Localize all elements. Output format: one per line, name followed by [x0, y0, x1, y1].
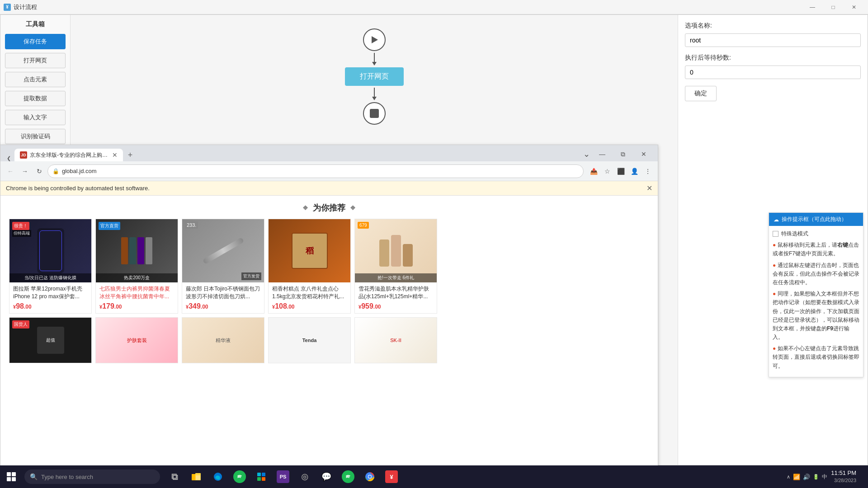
terminal-app[interactable]: PS	[273, 467, 293, 487]
reload-button[interactable]: ↻	[33, 165, 46, 178]
notice-close-icon[interactable]: ✕	[646, 184, 652, 192]
taskbar-time: 11:51 PM 3/28/2023	[831, 469, 856, 484]
taskview-app[interactable]: ⧉	[165, 467, 184, 487]
product-price: ¥179.00	[99, 302, 174, 310]
product-info: 七匹狼男士内裤男抑菌薄春夏冰丝平角裤中腰抗菌青中年... ¥179.00	[96, 282, 178, 313]
chevron-up-icon[interactable]: ∧	[787, 474, 790, 480]
product-card[interactable]: 超值 国货人	[9, 317, 92, 363]
product-badge: 官方直营	[99, 222, 120, 230]
cast-button[interactable]: 📤	[587, 165, 600, 178]
search-app[interactable]: ◎	[295, 467, 315, 487]
special-mode-row: 特殊选模式	[773, 230, 859, 238]
svg-marker-0	[372, 36, 378, 43]
product-card[interactable]: 官方直营 热卖200万盒 七匹狼男士内裤男抑菌薄春夏冰丝平角裤中腰抗菌青中年..…	[95, 219, 178, 314]
tip-4: ● 如果不小心左键点击了元素导致跳转页面，直接后退或者切换回标签即可。	[773, 344, 859, 371]
confirm-button[interactable]: 确定	[685, 86, 717, 101]
product-image: Tenda	[269, 318, 350, 363]
product-info: 稻香村糕点 京八件礼盒点心 1.5kg北京发货稻花村特产礼... ¥108.00	[269, 282, 350, 313]
systray: ∧ 📶 🔊 🔋 中	[787, 473, 827, 481]
browser-restore-button[interactable]: ⧉	[613, 147, 633, 161]
product-title: 藤次郎 日本Tojiro不锈钢面包刀波形刃不掉渣切面包刀烘...	[186, 285, 260, 300]
tips-header[interactable]: ☁ 操作提示框（可点此拖动）	[769, 213, 863, 226]
tab-dropdown-icon[interactable]: ⌄	[583, 149, 590, 159]
product-card[interactable]: 稻 稻香村糕点 京八件礼盒点心 1.5kg北京发货稻花村特产礼... ¥108.…	[268, 219, 351, 314]
tips-cloud-icon: ☁	[774, 216, 779, 223]
browser-close-button[interactable]: ✕	[633, 147, 654, 161]
profile-button[interactable]: 👤	[628, 165, 641, 178]
product-image: 很贵！ 但特高端 当/次日已达 送防爆钢化膜	[9, 219, 91, 282]
product-title: 七匹狼男士内裤男抑菌薄春夏冰丝平角裤中腰抗菌青中年...	[99, 285, 174, 300]
fileexplorer-app[interactable]	[186, 467, 206, 487]
taskbar-search[interactable]: 🔍 Type here to search	[24, 469, 160, 484]
start-button[interactable]	[0, 467, 23, 487]
captcha-button[interactable]: 识别验证码	[5, 129, 66, 144]
svg-rect-6	[257, 473, 261, 476]
chat-app[interactable]: 💬	[316, 467, 336, 487]
option-name-input[interactable]	[685, 33, 861, 47]
bookmark-button[interactable]: ☆	[601, 165, 613, 178]
spotify-app[interactable]	[230, 467, 250, 487]
back-button[interactable]: ←	[4, 165, 17, 178]
product-card[interactable]: 679 抢!一次带走 6件礼 雪花秀滋盈肌本水乳精华护肤品(水125ml+乳12…	[354, 219, 437, 314]
search-icon: 🔍	[30, 473, 38, 480]
toolbox-title: 工具箱	[5, 20, 66, 28]
notification-area[interactable]	[860, 467, 863, 487]
product-info: 藤次郎 日本Tojiro不锈钢面包刀波形刃不掉渣切面包刀烘... ¥349.00	[182, 282, 264, 313]
input-text-button[interactable]: 输入文字	[5, 110, 66, 125]
new-tab-button[interactable]: +	[124, 149, 137, 161]
save-task-button[interactable]: 保存任务	[5, 34, 66, 49]
store-app[interactable]	[251, 467, 271, 487]
wait-input[interactable]	[685, 66, 861, 79]
product-card[interactable]: 很贵！ 但特高端 当/次日已达 送防爆钢化膜 图拉斯 苹果12promax手机壳…	[9, 219, 92, 314]
product-badge: 233.	[185, 221, 198, 229]
product-card[interactable]: 护肤套装	[95, 317, 178, 363]
svg-point-10	[345, 474, 351, 480]
flow-start-node[interactable]	[363, 28, 386, 51]
tip-1: ● 鼠标移动到元素上后，请右键点击或者按F7键选中页面元素。	[773, 241, 859, 258]
toolbar-actions: 📤 ☆ ⬛ 👤 ⋮	[587, 165, 654, 178]
svg-rect-7	[262, 473, 265, 476]
lock-icon: 🔒	[52, 168, 59, 174]
address-text: global.jd.com	[62, 168, 97, 174]
browser-active-tab[interactable]: JD 京东全球版-专业的综合网上购物... ✕	[14, 149, 123, 161]
product-info: 雪花秀滋盈肌本水乳精华护肤品(水125ml+乳125ml+精华... ¥959.…	[355, 282, 437, 313]
spotify2-app[interactable]	[338, 467, 358, 487]
browser-toolbar: ← → ↻ 🔒 global.jd.com 📤 ☆ ⬛ 👤 ⋮	[0, 161, 658, 181]
open-web-button[interactable]: 打开网页	[5, 53, 66, 68]
close-button[interactable]: ✕	[844, 0, 864, 14]
tips-title: 操作提示框（可点此拖动）	[782, 216, 847, 223]
extract-data-button[interactable]: 提取数据	[5, 91, 66, 106]
edge-app[interactable]	[208, 467, 228, 487]
extensions-button[interactable]: ⬛	[614, 165, 627, 178]
date-display: 3/28/2023	[831, 477, 856, 484]
jd-app[interactable]: ¥	[382, 467, 401, 487]
minimize-button[interactable]: —	[802, 0, 823, 14]
title-bar: ¥ 设计流程 — □ ✕	[0, 0, 868, 14]
tab-close-icon[interactable]: ✕	[112, 151, 118, 159]
product-price: ¥349.00	[186, 302, 260, 310]
product-card[interactable]: SK-II	[354, 317, 437, 363]
open-web-node[interactable]: 打开网页	[345, 67, 404, 86]
browser-minimize-button[interactable]: —	[592, 147, 613, 161]
special-mode-checkbox[interactable]	[773, 231, 778, 237]
browser-window: ❮ JD 京东全球版-专业的综合网上购物... ✕ + ⌄ — ⧉ ✕ ← → …	[0, 145, 658, 488]
taskbar: 🔍 Type here to search ⧉ PS	[0, 465, 868, 488]
click-element-button[interactable]: 点击元素	[5, 72, 66, 87]
flow-end-node[interactable]	[363, 102, 386, 125]
product-card[interactable]: 精华液	[182, 317, 264, 363]
tab-back-btn[interactable]: ❮	[4, 155, 14, 161]
maximize-button[interactable]: □	[823, 0, 844, 14]
menu-button[interactable]: ⋮	[642, 165, 654, 178]
chrome-app[interactable]	[360, 467, 380, 487]
product-card[interactable]: 233. 官方发货 藤次郎 日本Tojiro不锈钢面包刀波形刃不掉渣切面包刀烘.…	[182, 219, 264, 314]
product-card[interactable]: Tenda	[268, 317, 351, 363]
title-bar-left: ¥ 设计流程	[4, 3, 37, 11]
product-price: ¥98.00	[13, 302, 88, 310]
product-image: SK-II	[355, 318, 437, 363]
product-image: 官方直营 热卖200万盒	[96, 219, 178, 282]
forward-button[interactable]: →	[19, 165, 31, 178]
product-grid: 很贵！ 但特高端 当/次日已达 送防爆钢化膜 图拉斯 苹果12promax手机壳…	[0, 217, 658, 315]
address-bar[interactable]: 🔒 global.jd.com	[47, 164, 584, 178]
product-image: 679 抢!一次带走 6件礼	[355, 219, 437, 282]
browser-content[interactable]: ❖ 为你推荐 ❖ 很贵！ 但特高端 当/次日已达 送防爆钢化膜	[0, 196, 658, 488]
